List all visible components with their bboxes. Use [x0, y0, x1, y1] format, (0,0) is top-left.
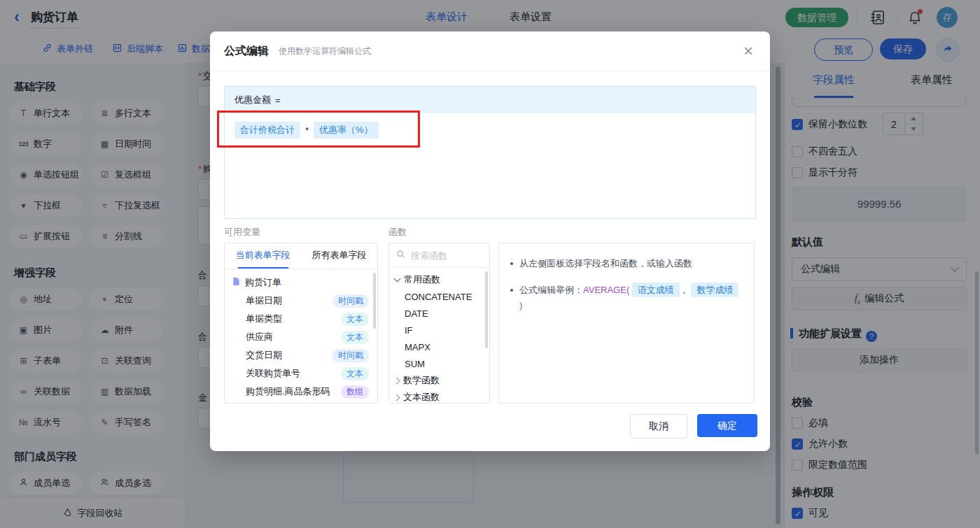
modal-header: 公式编辑 使用数学运算符编辑公式 × — [210, 31, 770, 71]
functions-scrollbar[interactable] — [485, 271, 488, 348]
type-badge: 文本 — [341, 313, 369, 326]
tab-current-form-fields[interactable]: 当前表单字段 — [225, 243, 301, 269]
function-group-math[interactable]: 数学函数 — [389, 372, 489, 389]
variables-label: 可用变量 — [224, 226, 260, 238]
variables-tabs: 当前表单字段 所有表单字段 — [225, 243, 377, 269]
close-icon[interactable]: × — [743, 41, 753, 61]
example-field-chip: 语文成绩 — [632, 283, 680, 297]
annotation-red-box — [217, 110, 420, 148]
type-badge: 时间戳 — [332, 349, 369, 362]
chevron-down-icon — [394, 276, 401, 283]
app-window: ‹ 购货订单 表单设计 表单设置 数据管理 存 — [0, 0, 980, 528]
variable-item[interactable]: 单据日期 时间戳 — [225, 292, 377, 310]
search-icon — [396, 250, 405, 261]
variables-panel: 当前表单字段 所有表单字段 购货订单 单据日期 时间戳 单据类型 文本 — [224, 243, 378, 404]
chevron-right-icon — [393, 394, 400, 401]
variable-item[interactable]: 供应商 文本 — [225, 328, 377, 346]
help-tip: 从左侧面板选择字段名和函数，或输入函数 — [510, 256, 743, 271]
help-tip-example: 公式编辑举例：AVERAGE( 语文成绩， 数学成绩 ) — [510, 283, 743, 313]
type-badge: 时间戳 — [332, 294, 369, 308]
variable-tree-root[interactable]: 购货订单 — [225, 273, 377, 292]
form-doc-icon — [232, 277, 241, 288]
example-field-chip: 数学成绩 — [691, 283, 738, 297]
variables-scrollbar[interactable] — [373, 273, 376, 329]
variable-item[interactable]: 购货明细.商品条形码 数组 — [225, 383, 377, 401]
variable-item[interactable]: 单据类型 文本 — [225, 310, 377, 328]
modal-footer: 取消 确定 — [630, 414, 757, 438]
variable-item[interactable]: 关联购货单号 文本 — [225, 364, 377, 383]
formula-target-bar: 优惠金额 = — [225, 87, 755, 113]
modal-title: 公式编辑 — [224, 44, 269, 59]
function-item[interactable]: IF — [389, 322, 489, 338]
function-group-common[interactable]: 常用函数 — [389, 271, 489, 288]
variable-item[interactable]: 交货日期 时间戳 — [225, 346, 377, 364]
type-badge: 数组 — [341, 385, 369, 399]
function-group-text[interactable]: 文本函数 — [389, 389, 489, 404]
function-search — [389, 243, 489, 268]
function-item[interactable]: DATE — [389, 305, 489, 322]
example-function-name: AVERAGE( — [583, 285, 629, 295]
modal-subtitle: 使用数学运算符编辑公式 — [279, 45, 371, 57]
functions-label: 函数 — [388, 226, 407, 238]
tab-all-form-fields[interactable]: 所有表单字段 — [301, 243, 377, 269]
bullet-icon — [510, 289, 513, 292]
functions-panel: 常用函数 CONCATENATE DATE IF MAPX SUM 数学函数 文… — [388, 243, 490, 404]
function-search-input[interactable] — [410, 250, 475, 262]
cancel-button[interactable]: 取消 — [630, 414, 687, 438]
chevron-right-icon — [393, 377, 400, 384]
type-badge: 文本 — [341, 331, 369, 344]
formula-help-panel: 从左侧面板选择字段名和函数，或输入函数 公式编辑举例：AVERAGE( 语文成绩… — [498, 243, 755, 404]
formula-editor: 优惠金额 = 合计价税合计 * 优惠率（%） — [224, 86, 756, 219]
bullet-icon — [510, 262, 513, 265]
function-item[interactable]: CONCATENATE — [389, 288, 489, 305]
confirm-button[interactable]: 确定 — [697, 414, 757, 437]
function-item[interactable]: MAPX — [389, 338, 489, 355]
formula-edit-modal: 公式编辑 使用数学运算符编辑公式 × 优惠金额 = 合计价税合计 * 优惠率（%… — [210, 31, 770, 451]
function-item[interactable]: SUM — [389, 355, 489, 372]
type-badge: 文本 — [341, 367, 369, 380]
